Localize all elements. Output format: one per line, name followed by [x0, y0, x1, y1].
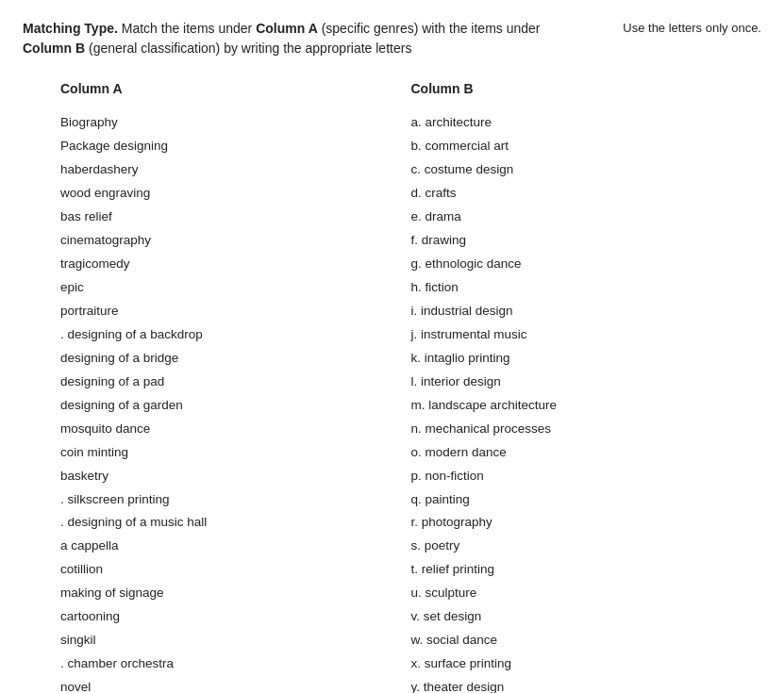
col-b-item: h. fiction — [392, 276, 762, 300]
col-b-item: k. intaglio printing — [392, 347, 762, 371]
col-a-item: . silkscreen printing — [23, 488, 392, 512]
col-a-item: portraiture — [23, 300, 392, 323]
col-b-item: v. set design — [392, 605, 762, 629]
column-b-header: Column B — [392, 81, 762, 96]
column-a-ref: Column A — [256, 21, 318, 36]
col-b-item: y. theater design — [392, 676, 762, 693]
col-a-item: mosquito dance — [23, 418, 392, 441]
col-b-item: m. landscape architecture — [392, 394, 762, 418]
col-b-item: w. social dance — [392, 629, 762, 652]
matching-type-bold: Matching Type. — [23, 21, 118, 36]
col-a-item: . chamber orchestra — [23, 652, 392, 676]
col-a-item: designing of a garden — [23, 394, 392, 418]
col-b-item: d. crafts — [392, 182, 762, 206]
col-b-item: f. drawing — [392, 229, 762, 253]
col-b-item: b. commercial art — [392, 135, 762, 158]
columns-container: Column A BiographyPackage designinghaber… — [23, 81, 761, 693]
col-b-item: g. ethnologic dance — [392, 253, 762, 276]
col-a-item: . designing of a backdrop — [23, 323, 392, 347]
instructions-end: (general classification) by writing the … — [89, 41, 411, 56]
col-b-item: p. non-fiction — [392, 465, 762, 488]
col-b-item: a. architecture — [392, 111, 762, 135]
col-b-item: j. instrumental music — [392, 323, 762, 347]
column-b: Column B a. architectureb. commercial ar… — [392, 81, 762, 693]
col-b-item: r. photography — [392, 511, 762, 535]
col-a-item: designing of a bridge — [23, 347, 392, 371]
instructions: Matching Type. Match the items under Col… — [23, 19, 761, 58]
col-b-item: n. mechanical processes — [392, 418, 762, 441]
col-a-item: . designing of a music hall — [23, 511, 392, 535]
instructions-text: Matching Type. Match the items under Col… — [23, 19, 551, 58]
instructions-note: Use the letters only once. — [623, 19, 761, 38]
column-a: Column A BiographyPackage designinghaber… — [23, 81, 392, 693]
col-b-item: o. modern dance — [392, 441, 762, 465]
col-a-item: epic — [23, 276, 392, 300]
col-a-item: haberdashery — [23, 158, 392, 182]
col-b-item: q. painting — [392, 488, 762, 512]
col-b-item: e. drama — [392, 206, 762, 229]
col-a-item: making of signage — [23, 582, 392, 605]
col-a-item: a cappella — [23, 535, 392, 558]
col-a-item: coin minting — [23, 441, 392, 465]
col-b-item: l. interior design — [392, 371, 762, 394]
col-a-item: Biography — [23, 111, 392, 135]
col-b-item: x. surface printing — [392, 652, 762, 676]
column-b-ref: Column B — [23, 41, 85, 56]
col-a-item: Package designing — [23, 135, 392, 158]
column-a-list: BiographyPackage designinghaberdasherywo… — [23, 111, 392, 693]
col-a-item: novel — [23, 676, 392, 693]
col-a-item: bas relief — [23, 206, 392, 229]
col-b-item: u. sculpture — [392, 582, 762, 605]
col-b-item: s. poetry — [392, 535, 762, 558]
col-a-item: cartooning — [23, 605, 392, 629]
col-b-item: i. industrial design — [392, 300, 762, 323]
col-a-item: wood engraving — [23, 182, 392, 206]
col-a-item: singkil — [23, 629, 392, 652]
col-a-item: designing of a pad — [23, 371, 392, 394]
col-b-item: c. costume design — [392, 158, 762, 182]
column-b-list: a. architectureb. commercial artc. costu… — [392, 111, 762, 693]
col-a-item: cinematography — [23, 229, 392, 253]
col-a-item: cotillion — [23, 558, 392, 582]
col-a-item: tragicomedy — [23, 253, 392, 276]
col-a-item: basketry — [23, 465, 392, 488]
column-a-header: Column A — [23, 81, 392, 96]
instructions-mid: (specific genres) with the items under — [322, 21, 541, 36]
instructions-main: Match the items under — [122, 21, 256, 36]
col-b-item: t. relief printing — [392, 558, 762, 582]
